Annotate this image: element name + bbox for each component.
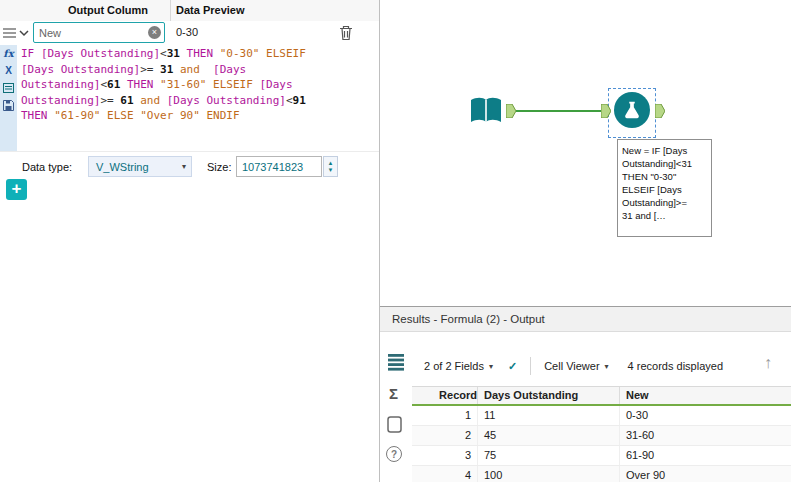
- output-column-header: Output Column: [68, 4, 148, 16]
- size-input[interactable]: [237, 157, 321, 176]
- table-cell: Over 90: [620, 466, 791, 482]
- metadata-view-icon[interactable]: [387, 416, 402, 433]
- table-cell: 61-90: [620, 446, 791, 465]
- header-divider: [170, 0, 171, 21]
- table-cell: 11: [478, 406, 620, 425]
- caret-down-icon: ▾: [605, 362, 609, 371]
- size-field-box: [236, 156, 322, 177]
- table-cell: 2: [412, 426, 478, 445]
- fields-dropdown[interactable]: 2 of 2 Fields: [424, 360, 484, 372]
- input-tool-output-anchor[interactable]: [506, 104, 516, 118]
- size-spinner[interactable]: ▲ ▼: [323, 156, 338, 177]
- table-cell: 3: [412, 446, 478, 465]
- output-column-name-box: ×: [33, 22, 165, 43]
- table-cell: 31-60: [620, 426, 791, 445]
- data-type-select[interactable]: V_WString ▾: [88, 156, 192, 177]
- add-expression-button[interactable]: +: [6, 179, 27, 200]
- connection-line[interactable]: [516, 110, 601, 112]
- input-data-tool-icon[interactable]: [468, 94, 504, 128]
- column-header[interactable]: New: [620, 387, 791, 404]
- formula-line: [Days Outstanding]>= 31 and [Days: [21, 63, 373, 79]
- profile-view-icon[interactable]: Σ: [389, 385, 398, 402]
- output-column-input[interactable]: [34, 27, 148, 39]
- clear-icon[interactable]: ×: [148, 26, 161, 39]
- formula-line: Outstanding]<61 THEN "31-60" ELSEIF [Day…: [21, 78, 373, 94]
- beaker-icon: [621, 99, 643, 121]
- workflow-canvas[interactable]: New = IF [Days Outstanding]<31 THEN "0-3…: [380, 0, 791, 306]
- formula-line: Outstanding]>= 61 and [Days Outstanding]…: [21, 94, 373, 110]
- column-header[interactable]: Record: [412, 387, 478, 404]
- config-columns-header: Output Column Data Preview: [0, 0, 379, 22]
- drag-handle-icon[interactable]: [3, 28, 16, 38]
- apply-check-icon[interactable]: ✓: [508, 360, 517, 373]
- table-cell: 100: [478, 466, 620, 482]
- caret-down-icon: ▾: [182, 162, 186, 171]
- spin-up-icon[interactable]: ▲: [328, 160, 334, 167]
- records-displayed-label: 4 records displayed: [628, 360, 723, 372]
- table-row[interactable]: 37561-90: [412, 446, 791, 466]
- tool-annotation[interactable]: New = IF [Days Outstanding]<31 THEN "0-3…: [617, 139, 712, 237]
- table-row[interactable]: 24531-60: [412, 426, 791, 446]
- table-cell: 45: [478, 426, 620, 445]
- results-table-header: RecordDays OutstandingNew: [412, 386, 791, 406]
- formula-tool-output-anchor[interactable]: [655, 104, 665, 118]
- formula-tool-input-anchor[interactable]: [601, 104, 611, 118]
- results-toolbar: 2 of 2 Fields ▾ ✓ Cell Viewer ▾ 4 record…: [424, 354, 723, 378]
- table-row[interactable]: 1110-30: [412, 406, 791, 426]
- help-icon[interactable]: ?: [386, 446, 402, 462]
- table-cell: 75: [478, 446, 620, 465]
- table-cell: 4: [412, 466, 478, 482]
- table-cell: 1: [412, 406, 478, 425]
- saved-expressions-icon[interactable]: [3, 100, 14, 111]
- data-preview-value: 0-30: [176, 26, 198, 38]
- caret-down-icon: ▾: [489, 362, 493, 371]
- formula-tool-icon[interactable]: [614, 92, 650, 128]
- functions-icon[interactable]: fx: [0, 48, 17, 59]
- editor-separator: [0, 151, 379, 152]
- columns-icon[interactable]: X: [0, 65, 17, 76]
- results-table-body: 1110-3024531-6037561-904100Over 90: [412, 406, 791, 482]
- spin-down-icon[interactable]: ▼: [328, 167, 334, 174]
- table-view-icon[interactable]: [388, 354, 404, 371]
- results-panel-title: Results - Formula (2) - Output: [380, 307, 791, 332]
- constants-icon[interactable]: [3, 83, 14, 93]
- data-type-label: Data type:: [22, 161, 72, 173]
- formula-line: THEN "61-90" ELSE "Over 90" ENDIF: [21, 109, 373, 125]
- chevron-down-icon[interactable]: [19, 30, 29, 37]
- expression-row: × 0-30: [0, 21, 379, 45]
- collapse-panel-icon[interactable]: ↑: [764, 354, 772, 372]
- formula-line: IF [Days Outstanding]<31 THEN "0-30" ELS…: [21, 47, 373, 63]
- delete-expression-icon[interactable]: [339, 25, 353, 41]
- cell-viewer-dropdown[interactable]: Cell Viewer: [544, 360, 599, 372]
- alteryx-designer-window: Output Column Data Preview × 0-30 fx X: [0, 0, 791, 482]
- size-label: Size:: [207, 161, 231, 173]
- column-header[interactable]: Days Outstanding: [478, 387, 620, 404]
- data-type-value: V_WString: [96, 161, 149, 173]
- toolbar-separator: [530, 357, 531, 375]
- table-cell: 0-30: [620, 406, 791, 425]
- formula-code[interactable]: IF [Days Outstanding]<31 THEN "0-30" ELS…: [21, 47, 373, 125]
- expression-editor-toolbar: fx X: [0, 45, 17, 151]
- data-preview-header: Data Preview: [176, 4, 244, 16]
- table-row[interactable]: 4100Over 90: [412, 466, 791, 482]
